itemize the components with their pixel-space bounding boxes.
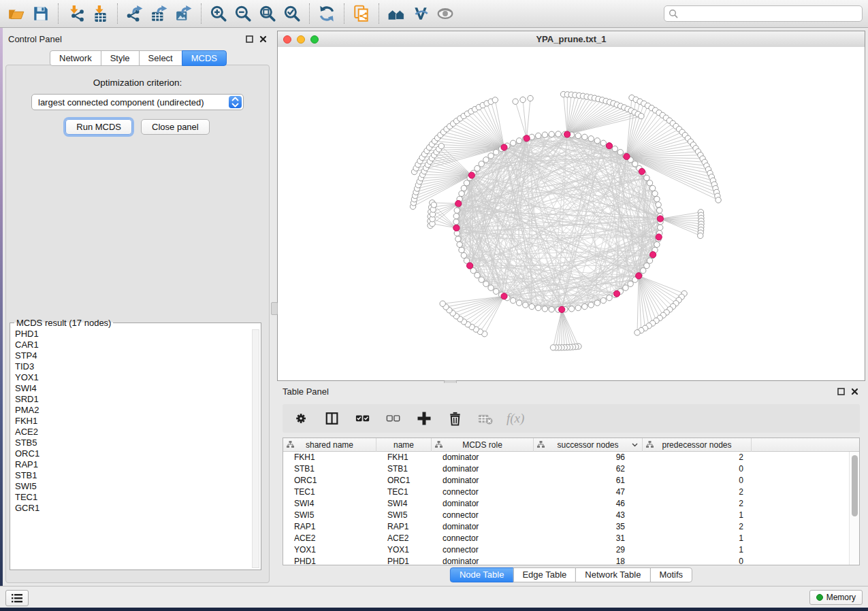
- mcds-result-item[interactable]: CAR1: [15, 340, 251, 350]
- cell-name: SWI5: [376, 510, 432, 521]
- tab-network[interactable]: Network: [50, 50, 101, 66]
- mcds-result-item[interactable]: SWI5: [15, 481, 251, 492]
- mcds-result-item[interactable]: YOX1: [15, 372, 251, 383]
- column-header-shared-name[interactable]: shared name: [283, 438, 376, 452]
- table-row[interactable]: PHD1PHD1dominator180: [283, 556, 849, 565]
- toolbar-separator: [344, 3, 344, 24]
- column-header-successor-nodes[interactable]: successor nodes: [534, 438, 643, 452]
- settings-button[interactable]: [292, 408, 311, 429]
- mcds-result-item[interactable]: SRD1: [15, 394, 251, 405]
- main-toolbar: [0, 0, 868, 28]
- table-scrollbar-thumb[interactable]: [852, 455, 858, 516]
- optimization-criterion-select[interactable]: largest connected component (undirected): [31, 94, 244, 110]
- delete-column-icon: [447, 411, 463, 427]
- mcds-result-item[interactable]: FKH1: [15, 416, 251, 427]
- search-icon: [669, 9, 678, 18]
- mcds-result-item[interactable]: PHD1: [15, 329, 251, 340]
- table-close-panel-icon[interactable]: [850, 386, 860, 397]
- table-row[interactable]: ACE2ACE2connector311: [283, 533, 849, 544]
- table-row[interactable]: TEC1TEC1connector472: [283, 486, 849, 498]
- add-column-button[interactable]: [415, 408, 434, 429]
- column-header-name[interactable]: name: [376, 438, 432, 452]
- mcds-result-item[interactable]: SWI4: [15, 383, 251, 394]
- table-row[interactable]: ORC1ORC1dominator610: [283, 475, 849, 486]
- cell-name: FKH1: [376, 452, 432, 463]
- refresh-layout-button[interactable]: [315, 2, 339, 25]
- tab-edge-table[interactable]: Edge Table: [513, 567, 576, 582]
- network-window-titlebar[interactable]: YPA_prune.txt_1: [278, 31, 865, 48]
- close-panel-button[interactable]: Close panel: [141, 119, 210, 135]
- tab-style[interactable]: Style: [101, 50, 140, 66]
- table-row[interactable]: FKH1FKH1dominator962: [283, 452, 849, 463]
- delete-column-button[interactable]: [445, 408, 464, 429]
- export-network-icon: [126, 5, 144, 22]
- deselect-all-button[interactable]: [384, 408, 403, 429]
- mcds-list-scrollbar[interactable]: [252, 329, 259, 568]
- mcds-result-item[interactable]: STB1: [15, 470, 251, 481]
- task-history-button[interactable]: [5, 590, 29, 606]
- column-type-icon: [287, 441, 294, 448]
- mcds-result-item[interactable]: GCR1: [15, 503, 251, 514]
- search-input[interactable]: [681, 7, 862, 20]
- column-header-predecessor-nodes[interactable]: predecessor nodes: [643, 438, 752, 452]
- split-view-button[interactable]: [323, 408, 342, 429]
- cell-successor-nodes: 61: [534, 475, 643, 486]
- zoom-out-button[interactable]: [231, 2, 255, 25]
- deselect-all-icon: [386, 411, 401, 426]
- mcds-result-item[interactable]: TEC1: [15, 492, 251, 503]
- table-row[interactable]: YOX1YOX1connector291: [283, 544, 849, 556]
- run-mcds-button[interactable]: Run MCDS: [65, 119, 132, 135]
- cell-MCDS-role: dominator: [432, 498, 534, 510]
- table-scrollbar[interactable]: [849, 452, 859, 565]
- delete-table-button[interactable]: [476, 408, 495, 429]
- node-table: shared namenameMCDS rolesuccessor nodesp…: [283, 437, 860, 565]
- table-row[interactable]: RAP1RAP1dominator352: [283, 521, 849, 533]
- table-row[interactable]: SWI5SWI5connector431: [283, 510, 849, 521]
- mcds-result-item[interactable]: ACE2: [15, 427, 251, 437]
- cell-predecessor-nodes: 2: [643, 486, 752, 498]
- table-row[interactable]: SWI4SWI4dominator462: [283, 498, 849, 510]
- network-graph[interactable]: [278, 47, 865, 380]
- function-builder-icon[interactable]: f(x): [507, 411, 524, 426]
- network-canvas[interactable]: [278, 47, 865, 380]
- mcds-result-item[interactable]: RAP1: [15, 459, 251, 470]
- table-float-panel-icon[interactable]: [836, 386, 846, 397]
- zoom-in-button[interactable]: [206, 2, 231, 25]
- save-session-button[interactable]: [29, 2, 53, 25]
- cell-name: ACE2: [376, 533, 432, 544]
- import-network-button[interactable]: [63, 2, 88, 25]
- open-file-button[interactable]: [4, 2, 29, 25]
- tab-select[interactable]: Select: [139, 50, 182, 66]
- search-box[interactable]: [664, 5, 863, 22]
- table-panel-tabs: Node TableEdge TableNetwork TableMotifs: [450, 567, 692, 582]
- float-panel-icon[interactable]: [244, 34, 255, 44]
- zoom-fit-button[interactable]: [255, 2, 280, 25]
- mcds-result-item[interactable]: TID3: [15, 361, 251, 372]
- export-network-button[interactable]: [123, 2, 147, 25]
- zoom-selected-button[interactable]: [280, 2, 304, 25]
- column-header-MCDS-role[interactable]: MCDS role: [432, 438, 534, 452]
- export-image-button[interactable]: [172, 2, 196, 25]
- vizmapper-button[interactable]: [408, 2, 433, 25]
- tab-network-table[interactable]: Network Table: [575, 567, 650, 582]
- eye-button[interactable]: [433, 2, 457, 25]
- close-panel-icon[interactable]: [258, 34, 268, 44]
- tab-mcds[interactable]: MCDS: [182, 50, 227, 66]
- tab-node-table[interactable]: Node Table: [450, 567, 514, 582]
- import-table-button[interactable]: [88, 2, 112, 25]
- mcds-result-item[interactable]: STB5: [15, 437, 251, 448]
- share-document-button[interactable]: [349, 2, 374, 25]
- mcds-result-list[interactable]: PHD1CAR1STP4TID3YOX1SWI4SRD1PMA2FKH1ACE2…: [10, 328, 251, 568]
- select-all-button[interactable]: [353, 408, 372, 429]
- mcds-result-item[interactable]: ORC1: [15, 448, 251, 459]
- mcds-result-item[interactable]: PMA2: [15, 405, 251, 416]
- memory-button[interactable]: Memory: [809, 590, 863, 605]
- tab-motifs[interactable]: Motifs: [649, 567, 692, 582]
- vertical-splitter-grip[interactable]: [271, 302, 278, 315]
- cell-shared-name: ACE2: [283, 533, 376, 544]
- export-table-button[interactable]: [147, 2, 172, 25]
- cell-name: YOX1: [376, 544, 432, 556]
- mcds-result-item[interactable]: STP4: [15, 350, 251, 361]
- binoculars-button[interactable]: [384, 2, 408, 25]
- table-row[interactable]: STB1STB1dominator620: [283, 463, 849, 475]
